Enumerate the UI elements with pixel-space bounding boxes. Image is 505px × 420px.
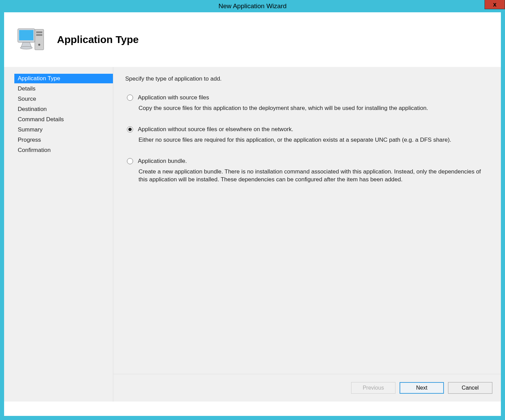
page-title: Application Type: [57, 34, 139, 45]
radio-option-with-source[interactable]: Application with source files Copy the s…: [125, 94, 489, 112]
header-area: Application Type: [4, 12, 501, 67]
radio-description: Create a new application bundle. There i…: [139, 168, 489, 184]
radio-button-icon[interactable]: [127, 95, 133, 101]
radio-option-bundle[interactable]: Application bundle. Create a new applica…: [125, 158, 489, 184]
sidebar-item-destination[interactable]: Destination: [14, 104, 113, 114]
radio-label: Application with source files: [138, 94, 209, 101]
svg-point-6: [20, 46, 32, 49]
close-button[interactable]: x: [485, 0, 505, 9]
sidebar-item-source[interactable]: Source: [14, 94, 113, 104]
sidebar-item-label: Application Type: [18, 75, 60, 82]
window-title: New Application Wizard: [218, 2, 287, 10]
sidebar-item-command-details[interactable]: Command Details: [14, 115, 113, 124]
content-area: Application Type Details Source Destinat…: [4, 67, 501, 402]
svg-rect-5: [19, 30, 33, 40]
svg-rect-1: [36, 31, 42, 33]
sidebar-item-label: Details: [18, 85, 35, 92]
sidebar-item-progress[interactable]: Progress: [14, 135, 113, 145]
radio-button-icon[interactable]: [127, 126, 133, 132]
instruction-text: Specify the type of application to add.: [125, 75, 489, 82]
svg-rect-2: [36, 34, 42, 36]
radio-option-without-source[interactable]: Application without source files or else…: [125, 126, 489, 144]
sidebar-item-application-type[interactable]: Application Type: [14, 74, 113, 83]
radio-label: Application bundle.: [138, 158, 187, 165]
sidebar-item-label: Summary: [18, 126, 43, 133]
radio-description: Either no source files are required for …: [139, 136, 489, 144]
svg-point-3: [38, 44, 40, 46]
main-content: Specify the type of application to add. …: [113, 67, 501, 374]
titlebar: New Application Wizard x: [4, 0, 501, 12]
wizard-icon: [14, 23, 48, 57]
wizard-window: New Application Wizard x Application Typ…: [0, 0, 505, 420]
next-button[interactable]: Next: [400, 382, 444, 394]
sidebar-item-confirmation[interactable]: Confirmation: [14, 145, 113, 155]
radio-row: Application without source files or else…: [127, 126, 489, 133]
radio-button-icon[interactable]: [127, 158, 133, 164]
close-icon: x: [493, 1, 496, 8]
radio-row: Application with source files: [127, 94, 489, 101]
sidebar-item-label: Command Details: [18, 116, 64, 123]
sidebar: Application Type Details Source Destinat…: [4, 67, 113, 402]
button-bar: Previous Next Cancel: [113, 374, 501, 402]
sidebar-item-details[interactable]: Details: [14, 84, 113, 94]
main-panel: Specify the type of application to add. …: [113, 67, 501, 402]
radio-description: Copy the source files for this applicati…: [139, 104, 489, 112]
sidebar-item-label: Source: [18, 96, 36, 102]
sidebar-item-label: Progress: [18, 137, 41, 143]
previous-button: Previous: [351, 382, 395, 394]
cancel-button[interactable]: Cancel: [448, 382, 492, 394]
sidebar-item-label: Confirmation: [18, 147, 50, 153]
radio-row: Application bundle.: [127, 158, 489, 165]
radio-label: Application without source files or else…: [138, 126, 293, 133]
sidebar-item-summary[interactable]: Summary: [14, 125, 113, 135]
sidebar-item-label: Destination: [18, 106, 47, 112]
